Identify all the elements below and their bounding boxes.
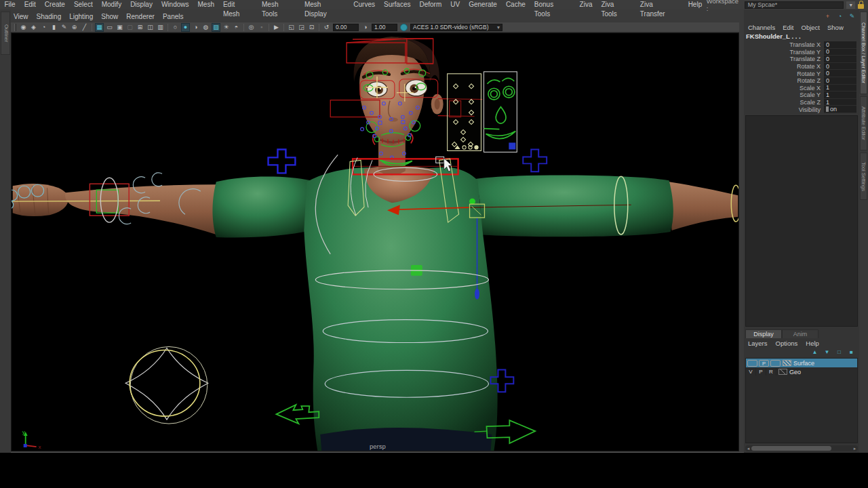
layer-color-swatch[interactable] [778,369,787,375]
menu-deform[interactable]: Deform [415,0,446,9]
workspace-lock-icon[interactable] [858,1,864,9]
selected-object-name[interactable]: FKShoulder_L . . . [746,33,801,40]
panel-menu-shading[interactable]: Shading [37,13,67,20]
face-gui-picker-panel[interactable] [484,72,517,152]
film-gate-icon[interactable]: ▭ [105,23,114,32]
channel-menu-show[interactable]: Show [827,24,844,31]
menu-bonus-tools[interactable]: Bonus Tools [530,0,575,9]
safe-title-icon[interactable]: ▥ [156,23,165,32]
selection-highlight-icon[interactable]: ▶ [272,23,281,32]
tab-anim[interactable]: Anim [782,329,818,338]
copy-view-icon[interactable]: ◱ [287,23,296,32]
bookmark-icon[interactable]: ▮ [50,23,58,32]
menu-windows[interactable]: Windows [157,0,193,9]
scale-x-field[interactable]: 1 [824,85,856,92]
field-chart-icon[interactable]: ⊞ [136,23,144,32]
panel-menu-view[interactable]: View [14,13,34,20]
pelvis-arrow-left[interactable] [276,405,319,424]
menu-mesh-display[interactable]: Mesh Display [300,0,349,9]
menu-create[interactable]: Create [40,0,69,9]
clavicle-cross-right[interactable] [523,149,547,171]
scrollbar-thumb[interactable] [751,446,831,451]
scroll-left-icon[interactable]: ◂ [745,446,751,451]
xray-icon[interactable]: ▪ [257,23,266,32]
layer-display-type-toggle[interactable]: R [766,368,776,375]
gui-select-square[interactable] [509,142,515,149]
wireframe-icon[interactable]: ○ [171,23,180,32]
menu-edit[interactable]: Edit [20,0,40,9]
menu-mesh[interactable]: Mesh [193,0,218,9]
tab-display[interactable]: Display [745,329,782,338]
translate-z-field[interactable]: 0 [824,56,856,63]
layer-menu-options[interactable]: Options [776,340,798,347]
translate-x-field[interactable]: 0 [824,41,856,49]
rotate-x-field[interactable]: 0 [824,63,856,70]
layer-horizontal-scrollbar[interactable]: ◂ ▸ [745,445,858,451]
channel-menu-channels[interactable]: Channels [748,24,775,31]
menu-modify[interactable]: Modify [97,0,125,9]
scale-y-field[interactable]: 1 [824,92,856,99]
color-space-dropdown[interactable]: ACES 1.0 SDR-video (sRGB) ▾ [410,24,502,31]
2d-pan-zoom-icon[interactable]: ⊕ [70,23,79,32]
menu-uv[interactable]: UV [446,0,465,9]
gate-mask-icon[interactable]: ▢ [125,23,134,32]
safe-action-icon[interactable]: ◫ [146,23,155,32]
rotate-z-field[interactable]: 0 [824,77,856,85]
menu-help[interactable]: Help [684,0,707,9]
menu-display[interactable]: Display [126,0,157,9]
channel-speed-icon[interactable]: ◔ [835,12,844,21]
exposure-field[interactable]: 0.00 [333,24,359,31]
scale-z-field[interactable]: 1 [824,99,856,106]
outliner-tab[interactable]: Outliner [1,12,10,55]
lock-camera-icon[interactable]: ◈ [29,23,38,32]
layer-row-geo[interactable]: V P R Geo [746,367,857,376]
channel-manipulator-icon[interactable]: + [823,12,832,21]
menu-file[interactable]: File [0,0,20,9]
grid-icon[interactable]: ▦ [95,23,104,32]
gamma-field[interactable]: 1.00 [372,24,397,31]
grease-pencil-icon[interactable]: ✎ [60,23,68,32]
attribute-editor-tab[interactable]: Attribute Editor [860,96,867,150]
create-layer-from-selected-icon[interactable]: ■ [848,348,855,356]
select-camera-icon[interactable]: ◉ [19,23,28,32]
menu-select[interactable]: Select [69,0,97,9]
channel-menu-object[interactable]: Object [802,24,820,31]
workspace-dropdown[interactable]: My Spcae* [745,1,844,9]
textured-icon[interactable]: ◑ [191,23,200,32]
layer-menu-help[interactable]: Help [806,340,819,347]
create-empty-layer-icon[interactable]: □ [835,348,843,356]
channel-box-layer-editor-tab[interactable]: Channel Box / Layer Editor [860,12,867,94]
menu-ziva-transfer[interactable]: Ziva Transfer [635,0,684,9]
translate-y-field[interactable]: 0 [824,49,856,56]
rotate-y-field[interactable]: 0 [824,70,856,77]
move-layer-down-icon[interactable]: ▼ [823,348,831,356]
root-flower-control[interactable] [125,346,208,424]
menu-generate[interactable]: Generate [465,0,502,9]
isolate-select-icon[interactable]: ◎ [247,23,256,32]
face-gui-slider-panel[interactable] [448,74,481,151]
resolution-gate-icon[interactable]: ▣ [115,23,124,32]
layer-name[interactable]: Surface [793,360,814,367]
shadows-icon[interactable]: ◓ [232,23,241,32]
gamma-icon[interactable]: ◑ [361,23,370,32]
panel-menu-show[interactable]: Show [101,13,123,20]
menu-mesh-tools[interactable]: Mesh Tools [257,0,300,9]
clavicle-cross-left[interactable] [269,149,296,173]
screen-occlusion-icon[interactable]: ▨ [212,23,220,32]
move-layer-up-icon[interactable]: ▲ [811,348,818,356]
camera-attributes-icon[interactable]: ◔ [39,23,48,32]
layer-visibility-toggle[interactable] [747,360,757,367]
layer-display-type-toggle[interactable] [770,360,781,367]
component-bar-icon[interactable]: ╱ [80,23,89,32]
menu-ziva-tools[interactable]: Ziva Tools [597,0,635,9]
menu-edit-mesh[interactable]: Edit Mesh [218,0,257,9]
channel-menu-edit[interactable]: Edit [783,24,793,31]
perspective-viewport[interactable]: y x persp [11,33,739,451]
layer-color-swatch[interactable] [783,360,791,366]
panel-menu-panels[interactable]: Panels [163,13,189,20]
layer-playback-toggle[interactable]: P [756,368,766,375]
exposure-icon[interactable]: ↺ [322,23,331,32]
smooth-shade-icon[interactable]: ● [181,23,190,32]
scroll-right-icon[interactable]: ▸ [852,446,858,451]
visibility-field[interactable]: on [824,106,856,113]
